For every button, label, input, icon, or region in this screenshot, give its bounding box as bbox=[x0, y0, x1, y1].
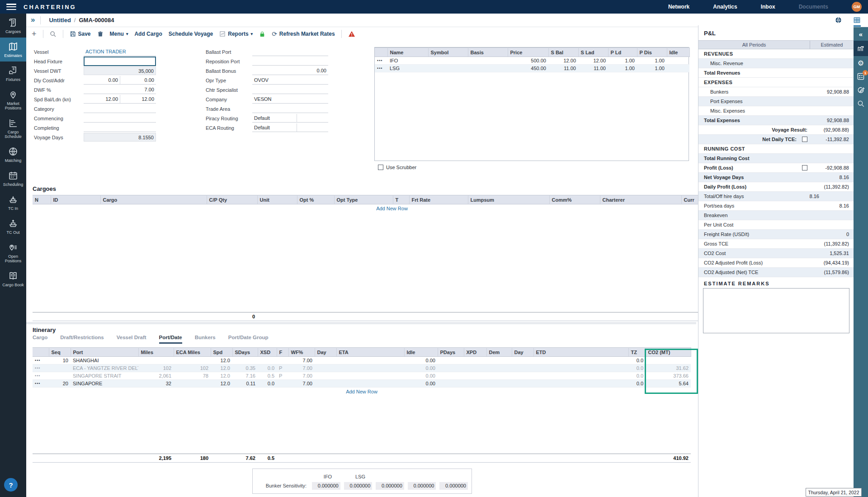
add-cargo-button[interactable]: Add Cargo bbox=[134, 31, 162, 37]
validation-warning-button[interactable] bbox=[348, 31, 355, 37]
grid-view-icon[interactable] bbox=[853, 14, 861, 27]
globe-view-icon[interactable] bbox=[835, 14, 842, 27]
estimate-toolbar: + Save Menu▾ Add Cargo Schedule Voyage R… bbox=[26, 27, 698, 41]
category-field[interactable] bbox=[84, 104, 156, 113]
reposition-port-field[interactable] bbox=[252, 57, 328, 66]
sidebar-item-scheduling[interactable]: Scheduling bbox=[0, 166, 26, 190]
sensitivity-input-2[interactable]: 0.000000 bbox=[344, 482, 373, 490]
collapse-rail-button[interactable]: « bbox=[854, 27, 868, 41]
sidebar-item-cargo-book[interactable]: Cargo Book bbox=[0, 267, 26, 291]
tab-vessel-draft[interactable]: Vessel Draft bbox=[117, 335, 146, 344]
itinerary-table: Seq Port Miles ECA Miles Spd SDays XSD F… bbox=[33, 347, 691, 463]
save-button[interactable]: Save bbox=[70, 31, 91, 37]
nav-network[interactable]: Network bbox=[668, 4, 689, 10]
chtr-specialist-field[interactable] bbox=[252, 85, 328, 94]
bunker-row-lsg[interactable]: ••• LSG 450.00 11.00 11.00 1.00 1.00 bbox=[375, 65, 689, 72]
eca-routing-extra-field[interactable] bbox=[297, 123, 328, 132]
col-symbol: Symbol bbox=[428, 48, 468, 57]
itinerary-row-singapore-strait[interactable]: ••• SINGAPORE STRAIT 2,061 78 12.0 7.16 … bbox=[33, 372, 691, 380]
breadcrumb-estimate-name[interactable]: Untitled bbox=[49, 17, 71, 24]
help-button[interactable]: ? bbox=[4, 478, 18, 492]
rail-pnl-chart-button[interactable] bbox=[854, 41, 868, 56]
sidebar-item-open-positions[interactable]: Open Positions bbox=[0, 238, 26, 267]
completing-field[interactable] bbox=[84, 123, 156, 132]
sidebar-item-market-positions[interactable]: Market Positions bbox=[0, 85, 26, 114]
use-scrubber-checkbox[interactable] bbox=[378, 165, 383, 170]
refresh-market-rates-button[interactable]: ⟳ Refresh Market Rates bbox=[272, 30, 335, 38]
tab-draft-restrictions[interactable]: Draft/Restrictions bbox=[60, 335, 104, 344]
search-button[interactable] bbox=[50, 31, 57, 38]
rail-edit-button[interactable] bbox=[854, 83, 868, 97]
lock-button[interactable] bbox=[259, 31, 265, 38]
row-menu-icon[interactable]: ••• bbox=[375, 57, 387, 65]
cargoes-total-qty: 0 bbox=[207, 312, 257, 321]
tab-cargo[interactable]: Cargo bbox=[33, 335, 47, 344]
bunker-row-ifo[interactable]: ••• IFO 500.00 12.00 12.00 1.00 1.00 bbox=[375, 57, 689, 65]
spd-ballast-field[interactable]: 12.00 bbox=[84, 95, 120, 104]
sensitivity-input-3[interactable]: 0.000000 bbox=[376, 482, 404, 490]
nav-analytics[interactable]: Analytics bbox=[713, 4, 737, 10]
ballast-bonus-field[interactable]: 0.00 bbox=[252, 66, 328, 75]
sidebar-item-cargoes[interactable]: Cargoes bbox=[0, 14, 26, 38]
expand-panel-icon[interactable]: » bbox=[26, 15, 40, 25]
sensitivity-input-5[interactable]: 0.000000 bbox=[439, 482, 468, 490]
rail-settings-button[interactable]: ⚙ bbox=[854, 56, 868, 70]
user-avatar[interactable]: GM bbox=[852, 2, 862, 12]
sidebar-item-matching[interactable]: Matching bbox=[0, 142, 26, 166]
col-opt-type: Opt Type bbox=[334, 195, 393, 204]
sidebar-item-tc-out[interactable]: TC Out bbox=[0, 214, 26, 238]
profit-loss-checkbox[interactable] bbox=[802, 165, 807, 170]
cargoes-add-new-row-link[interactable]: Add New Row bbox=[376, 206, 408, 211]
eca-routing-field[interactable]: Default bbox=[252, 123, 297, 132]
estimate-remarks-textarea[interactable] bbox=[703, 288, 849, 333]
trade-area-field[interactable] bbox=[252, 104, 328, 113]
reports-button[interactable]: Reports▾ bbox=[219, 31, 253, 37]
new-estimate-button[interactable]: + bbox=[32, 29, 37, 39]
lock-icon bbox=[259, 31, 265, 38]
app-title: CHARTERING bbox=[24, 4, 76, 10]
piracy-routing-field[interactable]: Default bbox=[252, 114, 297, 123]
piracy-routing-extra-field[interactable] bbox=[297, 114, 328, 123]
itinerary-row-shanghai[interactable]: ••• 10 SHANGHAI 12.0 7.00 0.00 0.0 bbox=[33, 357, 691, 364]
row-menu-icon[interactable]: ••• bbox=[33, 380, 49, 388]
sidebar-item-fixtures[interactable]: Fixtures bbox=[0, 62, 26, 85]
tab-port-date[interactable]: Port/Date bbox=[159, 335, 182, 344]
commencing-field[interactable] bbox=[84, 114, 156, 123]
col-etd: ETD bbox=[533, 348, 628, 357]
tab-port-date-group[interactable]: Port/Date Group bbox=[228, 335, 269, 344]
itinerary-row-eca-yangtze[interactable]: ••• ECA - YANGTZE RIVER DELTA 102 102 12… bbox=[33, 364, 691, 372]
rail-search-button[interactable] bbox=[854, 97, 868, 110]
hamburger-menu-icon[interactable] bbox=[6, 4, 16, 10]
ballast-port-field[interactable] bbox=[252, 47, 328, 56]
pnl-row-freight-rate: Freight Rate (USD/t)0 bbox=[698, 230, 854, 239]
addr-field[interactable]: 0.00 bbox=[120, 76, 156, 85]
sidebar-item-cargo-schedule[interactable]: Cargo Schedule bbox=[0, 114, 26, 142]
nav-inbox[interactable]: Inbox bbox=[761, 4, 775, 10]
row-menu-icon[interactable]: ••• bbox=[33, 357, 49, 364]
sidebar-item-estimates[interactable]: Estimates bbox=[0, 38, 26, 62]
pnl-tab-all-periods[interactable]: All Periods bbox=[698, 41, 810, 49]
spd-laden-field[interactable]: 12.00 bbox=[120, 95, 156, 104]
opr-type-field[interactable]: OVOV bbox=[252, 76, 328, 85]
schedule-voyage-button[interactable]: Schedule Voyage bbox=[169, 31, 213, 37]
delete-button[interactable] bbox=[97, 31, 104, 37]
pnl-tab-estimated[interactable]: Estimated bbox=[810, 41, 854, 49]
col-cargo: Cargo bbox=[100, 195, 207, 204]
rail-tasks-button[interactable]: 1 bbox=[854, 70, 868, 83]
sensitivity-input-4[interactable]: 0.000000 bbox=[408, 482, 436, 490]
vessel-field[interactable]: ACTION TRADER bbox=[84, 47, 156, 56]
dwf-field[interactable]: 7.00 bbox=[84, 85, 156, 94]
net-daily-tce-checkbox[interactable] bbox=[802, 137, 807, 142]
sensitivity-input-1[interactable]: 0.000000 bbox=[312, 482, 340, 490]
row-menu-icon[interactable]: ••• bbox=[33, 364, 49, 372]
tab-bunkers[interactable]: Bunkers bbox=[195, 335, 216, 344]
itinerary-row-singapore[interactable]: ••• 20 SINGAPORE 32 12.0 0.11 0.0 7.00 0… bbox=[33, 380, 691, 388]
company-field[interactable]: VESON bbox=[252, 95, 328, 104]
dly-cost-field[interactable]: 0.00 bbox=[84, 76, 120, 85]
itinerary-add-new-row-link[interactable]: Add New Row bbox=[346, 389, 377, 394]
sidebar-item-tc-in[interactable]: TC In bbox=[0, 190, 26, 214]
row-menu-icon[interactable]: ••• bbox=[375, 65, 387, 72]
row-menu-icon[interactable]: ••• bbox=[33, 372, 49, 380]
menu-button[interactable]: Menu▾ bbox=[110, 31, 128, 37]
head-fixture-field[interactable] bbox=[84, 57, 156, 66]
